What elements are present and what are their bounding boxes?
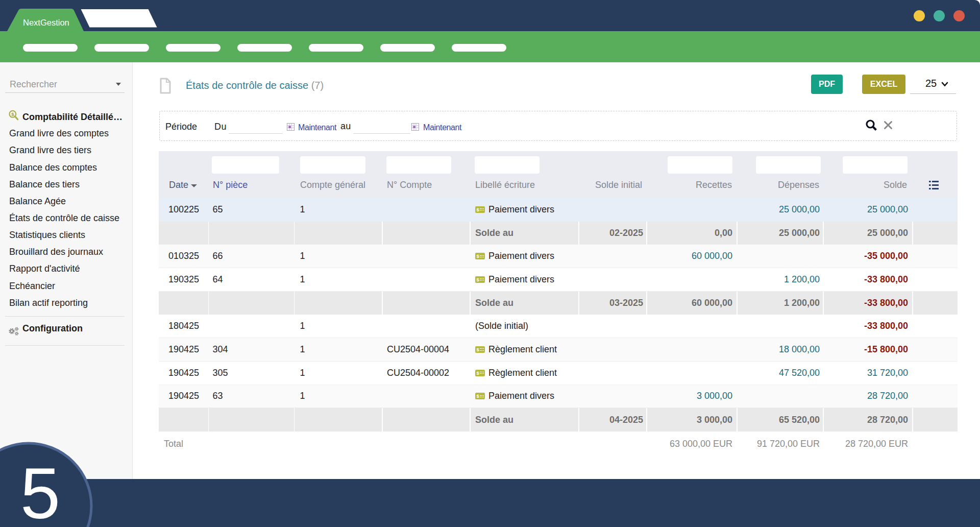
svg-text:$: $: [11, 111, 14, 117]
svg-text:5: 5: [20, 453, 60, 527]
